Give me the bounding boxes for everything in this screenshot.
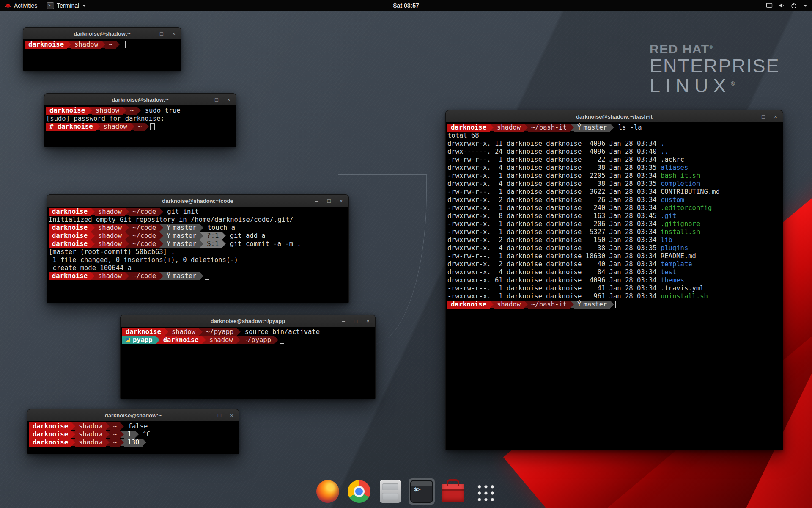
window-title: darknoise@shadow:~ [74,30,130,37]
file-name: custom [661,196,684,204]
terminal-line: drwxrwxr-x. 4 darknoise darknoise 38 Jan… [447,180,783,188]
prompt-segment-user: darknoise [29,422,71,431]
terminal-line: -rw-rw-r--. 1 darknoise darknoise 22 Jan… [447,156,783,164]
prompt-segment-git: Ŷmaster [163,272,200,280]
terminal-window-bash-it: darknoise@shadow:~/bash-it – □ × darknoi… [445,110,783,450]
terminal-content[interactable]: darknoiseshadow~ falsedarknoiseshadow~1 … [27,421,239,454]
powerline-separator [120,431,124,438]
dock-item-toolbox[interactable] [440,478,466,505]
maximize-button[interactable]: □ [217,413,222,418]
powerline-separator [131,123,134,130]
maximize-button[interactable]: □ [159,31,165,36]
terminal-line: drwx------. 24 darknoise darknoise 4096 … [447,148,783,156]
output-text: drwxrwxr-x. 4 darknoise darknoise 38 Jan… [447,244,661,252]
dock: $> [315,478,497,505]
terminal-content[interactable]: darknoiseshadow~/code git initInitialize… [47,207,348,303]
titlebar[interactable]: darknoise@shadow:~/bash-it – □ × [446,110,783,123]
minimize-button[interactable]: – [204,413,210,418]
terminal-line: drwxrwxr-x. 4 darknoise darknoise 38 Jan… [447,164,783,172]
minimize-button[interactable]: – [201,97,207,102]
terminal-app-icon: >_ [47,2,54,9]
prompt-segment-host: shadow [168,328,199,336]
powerline-separator [137,107,141,114]
prompt-segment-path: ~/code [129,272,159,280]
prompt-segment-host: shadow [494,124,524,132]
powerline-separator [106,431,110,438]
maximize-button[interactable]: □ [353,318,359,324]
close-button[interactable]: × [365,318,371,324]
close-button[interactable]: × [773,114,779,119]
window-title: darknoise@shadow:~/pyapp [211,318,285,324]
branch-icon: Ŷ [577,124,581,132]
powerline-separator [202,336,206,344]
powerline-separator [120,439,124,446]
minimize-button[interactable]: – [748,114,754,119]
command-text: ls -la [614,124,642,131]
prompt-segment-user: darknoise [49,240,91,248]
powerline-separator [106,439,110,446]
dock-item-app-grid[interactable] [471,478,497,505]
python-icon [126,338,130,342]
command-text: git add a [226,232,265,240]
display-icon [766,2,773,9]
maximize-button[interactable]: □ [214,97,219,102]
command-text: sudo true [141,107,180,114]
branding-redhat: RED HAT® [650,42,780,56]
powerline-separator [71,422,75,430]
close-button[interactable]: × [226,97,232,102]
minimize-button[interactable]: – [146,31,152,36]
close-button[interactable]: × [338,198,344,204]
activities-button[interactable]: Activities [0,0,42,11]
powerline-separator [570,124,574,131]
file-name: lib [661,236,672,244]
output-text: drwxrwxr-x. 2 darknoise darknoise 150 Ja… [447,236,661,244]
output-text: -rw-rw-r--. 1 darknoise darknoise 18630 … [447,252,696,260]
powerline-separator [102,41,105,48]
powerline-separator [222,240,226,248]
close-button[interactable]: × [171,31,177,36]
terminal-content[interactable]: darknoiseshadow~ sudo true[sudo] passwor… [44,105,236,147]
prompt-segment-host: shadow [92,107,123,115]
file-name: themes [661,276,684,284]
dock-item-files[interactable] [377,478,403,505]
output-text: -rwxrwxr-x. 1 darknoise darknoise 2205 J… [447,172,661,179]
clock-button[interactable]: Sat 03:57 [393,2,419,9]
powerline-separator [524,124,528,131]
terminal-cursor [150,123,155,130]
dock-item-firefox[interactable] [315,478,341,505]
minimize-button[interactable]: – [314,198,320,204]
minimize-button[interactable]: – [340,318,346,324]
prompt-segment-host: shadow [206,336,236,344]
powerline-separator [71,431,75,438]
prompt-segment-path: ~/bash-it [528,301,570,309]
terminal-content[interactable]: darknoiseshadow~ [23,39,181,71]
terminal-line: drwxrwxr-x. 4 darknoise darknoise 84 Jan… [447,268,783,276]
terminal-line: 1 file changed, 0 insertions(+), 0 delet… [49,256,348,264]
system-status-area[interactable] [761,0,812,11]
maximize-button[interactable]: □ [760,114,766,119]
maximize-button[interactable]: □ [326,198,332,204]
terminal-content[interactable]: darknoiseshadow~/bash-itŶmaster ls -lato… [446,122,783,450]
powerline-separator [120,422,124,430]
titlebar[interactable]: darknoise@shadow:~ – □ × [23,28,181,40]
terminal-line: drwxrwxr-x. 2 darknoise darknoise 26 Jan… [447,196,783,204]
titlebar[interactable]: darknoise@shadow:~/code – □ × [47,195,348,207]
terminal-content[interactable]: darknoiseshadow~/pyapp source bin/activa… [121,327,375,399]
dock-item-terminal[interactable]: $> [409,478,435,505]
powerline-separator [71,439,75,446]
branding-linux: LINUX® [650,76,780,96]
titlebar[interactable]: darknoise@shadow:~ – □ × [44,94,236,106]
output-text: -rwxrwxr-x. 1 darknoise darknoise 206 Ja… [447,220,661,228]
powerline-separator [222,232,226,240]
dock-item-chrome[interactable] [346,478,372,505]
prompt-segment-host: shadow [95,272,125,280]
close-button[interactable]: × [229,413,235,418]
terminal-app-menu[interactable]: >_ Terminal [42,0,91,11]
terminal-window-code: darknoise@shadow:~/code – □ × darknoises… [47,194,349,303]
titlebar[interactable]: darknoise@shadow:~ – □ × [27,409,239,422]
output-text: [sudo] password for darknoise: [46,115,165,122]
file-name: aliases [661,164,688,171]
titlebar[interactable]: darknoise@shadow:~/pyapp – □ × [121,315,375,327]
powerline-separator [200,272,203,280]
terminal-cursor [615,301,620,308]
